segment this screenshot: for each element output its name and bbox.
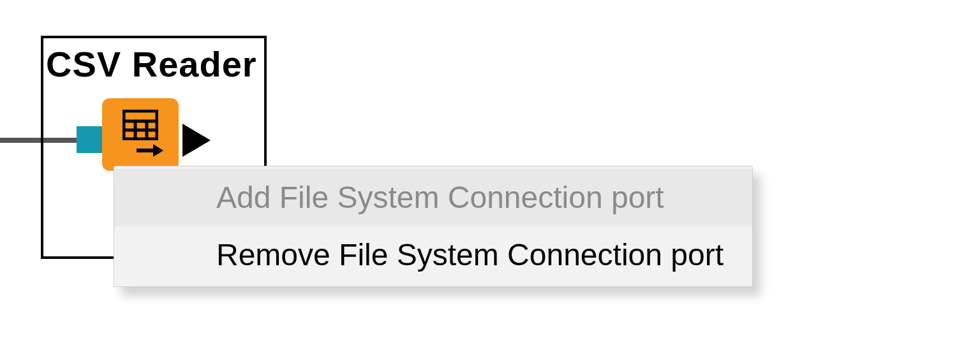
node-body[interactable]: [102, 98, 179, 171]
svg-marker-6: [153, 144, 163, 157]
workflow-canvas: CSV Reader Add File System Connection po…: [0, 0, 980, 352]
arrow-right-icon: [135, 142, 163, 159]
output-port[interactable]: [182, 124, 211, 157]
menu-item-remove-port[interactable]: Remove File System Connection port: [114, 226, 752, 284]
table-icon: [122, 110, 158, 140]
context-menu: Add File System Connection port Remove F…: [114, 166, 753, 287]
input-port[interactable]: [77, 126, 103, 153]
menu-item-add-port: Add File System Connection port: [114, 169, 752, 226]
svg-rect-0: [124, 111, 157, 139]
node-title: CSV Reader: [46, 43, 257, 85]
